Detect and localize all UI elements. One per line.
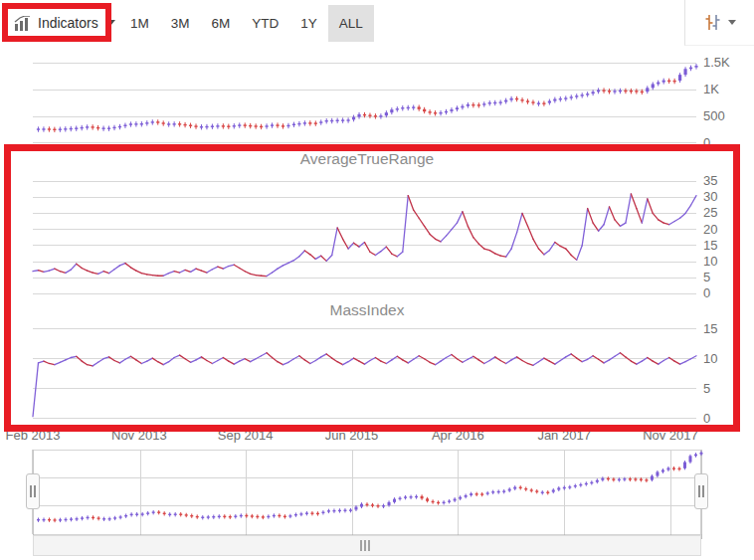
- grip-icon: [698, 485, 700, 497]
- range-navigator[interactable]: [33, 450, 701, 534]
- grip-icon: [30, 485, 32, 497]
- navigator-right-handle[interactable]: [694, 473, 708, 509]
- scrollbar-grip-icon[interactable]: [360, 540, 370, 551]
- navigator-left-handle[interactable]: [26, 473, 40, 509]
- navigator-scrollbar[interactable]: [33, 535, 701, 556]
- grip-icon: [34, 485, 36, 497]
- stock-chart-app: Indicators 1M3M6MYTD1YALL AverageTrueRan…: [0, 0, 754, 560]
- grip-icon: [702, 485, 704, 497]
